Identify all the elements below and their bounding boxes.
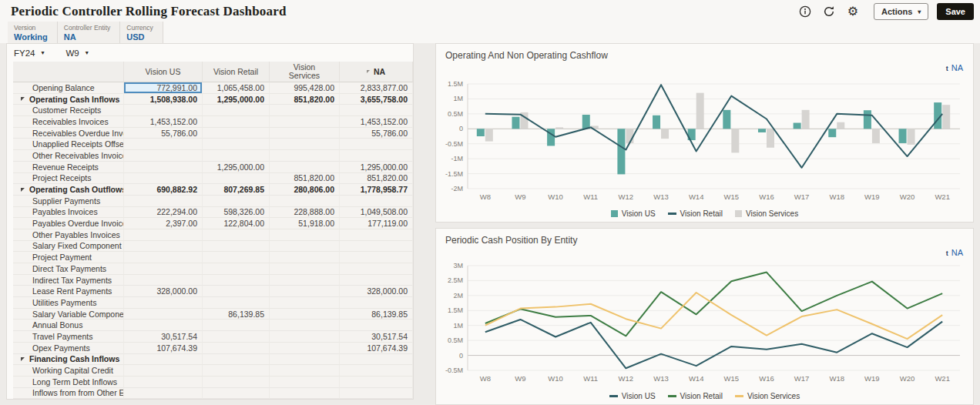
grid-column-header[interactable]: Vision Services [270,62,340,82]
grid-cell[interactable]: 107,674.39 [340,343,413,354]
grid-cell[interactable] [340,229,413,241]
pov-version[interactable]: Version Working [8,22,58,45]
grid-cell[interactable] [270,105,340,116]
grid-cell[interactable] [203,150,270,162]
row-label[interactable]: Financing Cash Inflows [13,354,124,366]
grid-cell[interactable]: 86,139.85 [203,309,270,320]
grid-cell[interactable]: 328,000.00 [340,286,413,297]
grid-cell[interactable] [270,162,340,173]
actions-button[interactable]: Actions ▾ [874,3,928,20]
grid-cell[interactable] [270,388,340,400]
grid-cell[interactable]: 1,453,152.00 [124,116,203,128]
grid-cell[interactable] [203,377,270,388]
grid-cell[interactable]: 107,674.39 [124,343,203,354]
grid-cell[interactable]: 2,833,877.00 [340,82,413,94]
grid-cell[interactable] [340,388,413,400]
grid-cell[interactable] [270,365,340,377]
grid-cell[interactable] [124,196,203,207]
grid-cell[interactable] [124,150,203,162]
grid-cell[interactable] [124,309,203,320]
grid-cell[interactable]: 1,049,508.00 [340,207,413,219]
grid-cell[interactable] [270,139,340,150]
grid-cell[interactable]: 228,888.00 [270,207,340,219]
pov-entity-value[interactable]: NA [64,32,110,42]
grid-cell[interactable] [124,320,203,331]
grid-cell[interactable]: 30,517.54 [124,331,203,343]
legend-item[interactable]: Vision Services [735,392,800,400]
pov-currency-value[interactable]: USD [126,32,153,42]
grid-cell[interactable]: 851,820.00 [340,173,413,185]
grid-cell[interactable] [340,241,413,253]
grid-cell[interactable] [203,275,270,286]
grid-cell[interactable] [124,377,203,388]
grid-cell[interactable] [340,263,413,275]
grid-cell[interactable]: 1,065,458.00 [203,82,270,94]
grid-cell[interactable] [124,354,203,366]
grid-cell[interactable]: 1,295,000.00 [340,162,413,173]
grid-cell[interactable]: 55,786.00 [340,128,413,139]
grid-cell[interactable] [203,354,270,366]
row-label[interactable]: Operating Cash Outflows [13,184,124,196]
chart-pov-link[interactable]: t NA [946,248,963,257]
grid-cell[interactable] [124,241,203,253]
grid-cell[interactable] [270,150,340,162]
grid-cell[interactable]: 851,820.00 [270,94,340,105]
grid-cell[interactable] [124,105,203,116]
grid-cell[interactable]: 598,326.00 [203,207,270,219]
grid-cell[interactable]: 851,820.00 [270,173,340,185]
grid-cell[interactable] [203,252,270,263]
grid-cell[interactable] [340,320,413,331]
grid-cell[interactable] [203,286,270,297]
grid-cell[interactable]: 86,139.85 [340,309,413,320]
grid-cell[interactable] [340,297,413,309]
grid-cell[interactable] [203,116,270,128]
grid-cell[interactable]: 1,778,958.77 [340,184,413,196]
grid-cell[interactable] [203,173,270,185]
grid-cell[interactable] [270,229,340,241]
save-button[interactable]: Save [937,3,974,20]
legend-item[interactable]: Vision US [611,209,656,218]
grid-cell[interactable] [203,343,270,354]
legend-item[interactable]: Vision Retail [668,392,723,400]
grid-cell[interactable] [203,331,270,343]
refresh-icon[interactable] [821,4,837,19]
grid-cell[interactable]: 1,295,000.00 [203,162,270,173]
grid-cell[interactable] [270,331,340,343]
grid-cell[interactable] [124,297,203,309]
pov-version-value[interactable]: Working [14,32,48,42]
grid-cell[interactable] [203,320,270,331]
legend-item[interactable]: Vision Services [735,209,798,218]
legend-item[interactable]: Vision Retail [668,209,723,218]
grid-column-header[interactable]: NA [340,62,413,82]
grid-cell[interactable]: 690,882.92 [124,184,203,196]
grid-cell[interactable] [203,263,270,275]
pov-controller-entity[interactable]: Controller Entity NA [58,22,120,45]
collapse-icon[interactable] [21,357,25,361]
grid-cell[interactable] [340,196,413,207]
grid-cell[interactable] [270,343,340,354]
grid-cell[interactable] [203,128,270,139]
grid-cell[interactable]: 2,397.00 [124,218,203,229]
row-label[interactable]: Operating Cash Inflows [13,94,124,105]
info-icon[interactable] [797,4,813,19]
grid-cell[interactable] [203,241,270,253]
grid-cell[interactable] [203,388,270,400]
grid-cell[interactable]: 995,428.00 [270,82,340,94]
grid-cell[interactable]: 177,119.00 [340,218,413,229]
week-selector[interactable]: W9 ▾ [66,49,89,58]
grid-cell[interactable] [124,388,203,400]
collapse-icon[interactable] [21,188,25,192]
grid-cell[interactable] [270,377,340,388]
grid-cell[interactable] [270,128,340,139]
grid-cell[interactable]: 280,806.00 [270,184,340,196]
grid-cell[interactable] [340,252,413,263]
grid-cell[interactable] [270,241,340,253]
settings-gear-icon[interactable]: ⚙ [845,4,861,19]
grid-cell[interactable] [124,365,203,377]
grid-cell[interactable] [203,105,270,116]
grid-cell[interactable] [340,377,413,388]
grid-cell[interactable] [270,196,340,207]
grid-cell[interactable] [124,252,203,263]
grid-cell[interactable] [270,275,340,286]
grid-cell[interactable] [270,252,340,263]
